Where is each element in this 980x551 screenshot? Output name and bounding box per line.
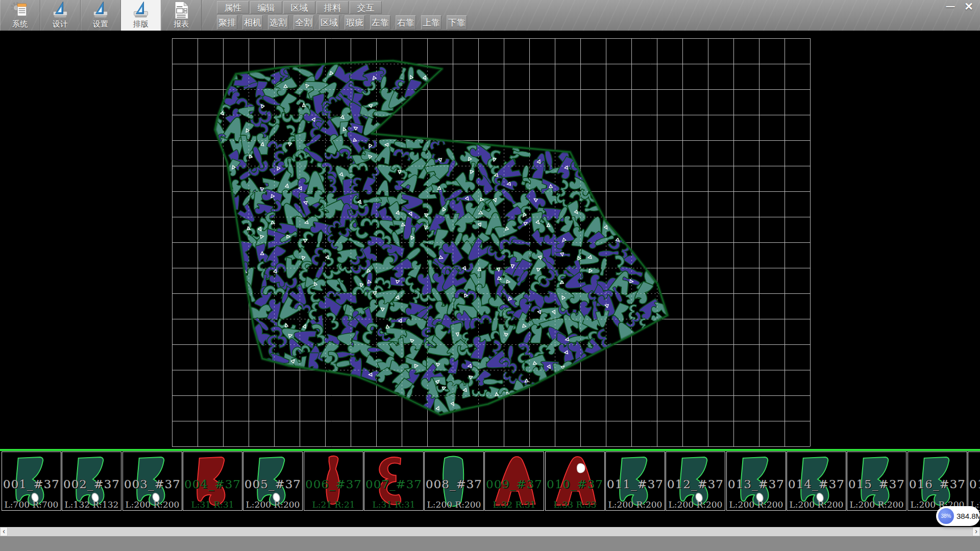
piece-thumbnail[interactable]: 011_#37L:200 R:200 <box>605 452 665 511</box>
report-document-icon <box>172 1 191 20</box>
piece-thumbnail[interactable]: 007_#37L:31 R:31 <box>364 452 424 511</box>
module-label: 系统 <box>0 19 40 29</box>
piece-thumbnail-strip: 001_#37L:700 R:700002_#37L:132 R:132003_… <box>0 449 980 527</box>
menu-tab-4[interactable]: 排料 <box>316 1 349 14</box>
piece-lr-count: L:33 R:33 <box>546 499 604 510</box>
system-gear-icon <box>10 1 30 20</box>
piece-thumbnail[interactable]: 010_#37L:33 R:33 <box>545 452 605 511</box>
piece-thumbnail[interactable]: 017_#37L:200 R:200 <box>968 452 980 511</box>
minimize-button[interactable]: — <box>942 1 959 12</box>
piece-lr-count: L:200 R:200 <box>606 499 665 510</box>
layout-ruler-icon <box>131 1 151 20</box>
piece-name: 010_#37 <box>546 478 604 491</box>
tool-button-10[interactable]: 下靠 <box>447 15 467 30</box>
piece-thumbnail[interactable]: 014_#37L:200 R:200 <box>787 452 846 511</box>
scroll-right-icon[interactable]: › <box>972 527 980 536</box>
module-button-4[interactable]: 排版 <box>121 0 161 31</box>
piece-lr-count: L:31 R:31 <box>183 499 242 510</box>
module-button-2[interactable]: 设计 <box>40 0 81 31</box>
tool-button-1[interactable]: 聚排 <box>217 15 237 30</box>
tool-button-7[interactable]: 左靠 <box>370 15 390 30</box>
piece-lr-count: L:200 R:200 <box>243 499 302 510</box>
piece-lr-count: L:200 R:200 <box>425 499 483 510</box>
tool-button-3[interactable]: 选割 <box>268 15 288 30</box>
piece-lr-count: L:132 R:132 <box>62 499 121 510</box>
menu-tab-1[interactable]: 属性 <box>217 1 249 14</box>
scroll-left-icon[interactable]: ‹ <box>0 527 8 536</box>
piece-name: 015_#37 <box>847 478 906 491</box>
module-label: 报表 <box>161 19 201 29</box>
piece-thumbnail[interactable]: 005_#37L:200 R:200 <box>243 452 303 511</box>
piece-name: 009_#37 <box>485 478 544 491</box>
module-label: 设计 <box>40 19 80 29</box>
piece-name: 011_#37 <box>606 478 665 491</box>
piece-thumbnail[interactable]: 002_#37L:132 R:132 <box>62 452 121 511</box>
piece-thumbnail[interactable]: 008_#37L:200 R:200 <box>424 452 484 511</box>
piece-thumbnail[interactable]: 003_#37L:200 R:200 <box>122 452 182 511</box>
progress-badge: 38% <box>938 508 954 524</box>
module-button-3[interactable]: 设置 <box>81 0 121 31</box>
piece-lr-count: L:31 R:31 <box>364 499 423 510</box>
piece-thumbnail[interactable]: 012_#37L:200 R:200 <box>666 452 725 511</box>
nesting-canvas[interactable] <box>0 31 980 449</box>
piece-lr-count: L:200 R:200 <box>666 499 725 510</box>
piece-thumbnail[interactable]: 013_#37L:200 R:200 <box>726 452 786 511</box>
piece-name: 014_#37 <box>787 478 846 491</box>
tool-button-4[interactable]: 全割 <box>293 15 314 30</box>
menu-tab-5[interactable]: 交互 <box>350 1 382 14</box>
piece-thumbnail[interactable]: 016_#37L:200 R:200 <box>908 452 967 511</box>
piece-lr-count: L:200 R:200 <box>787 499 846 510</box>
title-toolbar: 系统设计设置排版报表 属性编辑区域排料交互 聚排相机选割全割区域瑕疵左靠右靠上靠… <box>0 0 980 31</box>
status-bar <box>0 536 980 551</box>
piece-name: 005_#37 <box>243 478 302 491</box>
piece-thumbnail[interactable]: 004_#37L:31 R:31 <box>183 452 242 511</box>
tool-button-8[interactable]: 右靠 <box>396 15 416 30</box>
piece-name: 013_#37 <box>727 478 786 491</box>
tool-button-5[interactable]: 区域 <box>319 15 339 30</box>
module-button-1[interactable]: 系统 <box>0 0 40 31</box>
close-button[interactable]: ✕ <box>960 1 978 12</box>
piece-name: 001_#37 <box>2 478 61 491</box>
piece-name: 004_#37 <box>183 478 242 491</box>
piece-name: 016_#37 <box>908 478 967 491</box>
module-button-5[interactable]: 报表 <box>161 0 202 31</box>
piece-name: 017_#37 <box>968 478 980 491</box>
memory-status-pill: 38% 384.8M <box>936 506 980 526</box>
piece-name: 002_#37 <box>62 478 121 491</box>
piece-thumbnail[interactable]: 009_#37L:32 R:31 <box>484 452 544 511</box>
tool-button-9[interactable]: 上靠 <box>421 15 442 30</box>
module-label: 设置 <box>81 19 120 29</box>
piece-thumbnail[interactable]: 001_#37L:700 R:700 <box>2 452 61 511</box>
piece-lr-count: L:21 R:21 <box>304 499 363 510</box>
settings-ruler-icon <box>91 1 110 20</box>
nesting-app-window: { "window": { "minimize_glyph": "—", "cl… <box>0 0 980 551</box>
piece-name: 006_#37 <box>304 478 363 491</box>
piece-lr-count: L:200 R:200 <box>847 499 906 510</box>
tool-button-2[interactable]: 相机 <box>242 15 263 30</box>
piece-name: 008_#37 <box>425 478 483 491</box>
piece-name: 012_#37 <box>666 478 725 491</box>
piece-thumbnail[interactable]: 006_#37L:21 R:21 <box>304 452 363 511</box>
piece-lr-count: L:200 R:200 <box>123 499 182 510</box>
piece-lr-count: L:700 R:700 <box>2 499 61 510</box>
menu-tab-3[interactable]: 区域 <box>283 1 315 14</box>
design-ruler-icon <box>51 1 70 20</box>
piece-thumbnail[interactable]: 015_#37L:200 R:200 <box>847 452 906 511</box>
memory-value: 384.8M <box>957 506 980 526</box>
horizontal-scrollbar[interactable]: ‹ › <box>0 527 980 536</box>
tool-button-6[interactable]: 瑕疵 <box>345 15 365 30</box>
menu-tab-2[interactable]: 编辑 <box>250 1 282 14</box>
module-label: 排版 <box>121 19 161 29</box>
piece-lr-count: L:32 R:31 <box>485 499 544 510</box>
piece-name: 007_#37 <box>364 478 423 491</box>
piece-name: 003_#37 <box>123 478 182 491</box>
piece-lr-count: L:200 R:200 <box>727 499 786 510</box>
